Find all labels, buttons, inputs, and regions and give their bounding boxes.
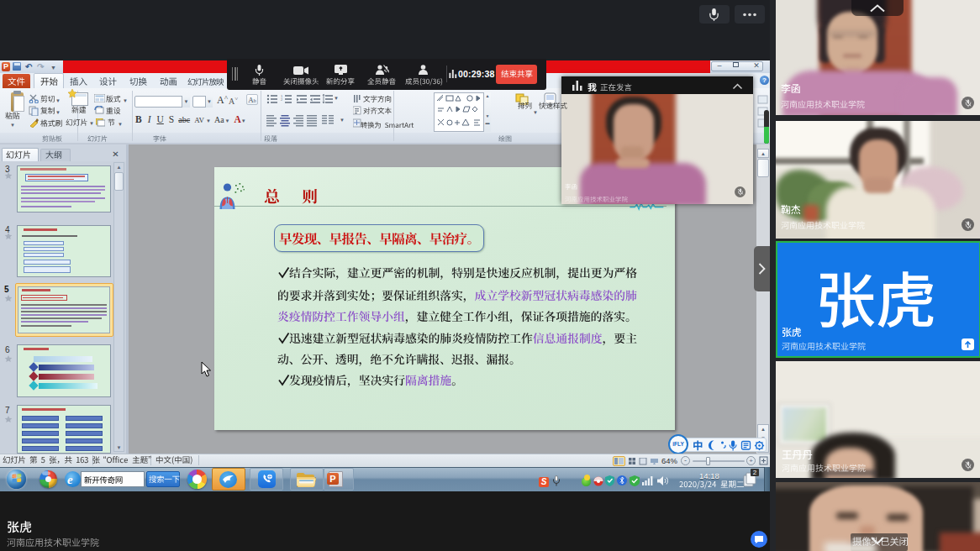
svg-text:2: 2 <box>281 97 283 102</box>
